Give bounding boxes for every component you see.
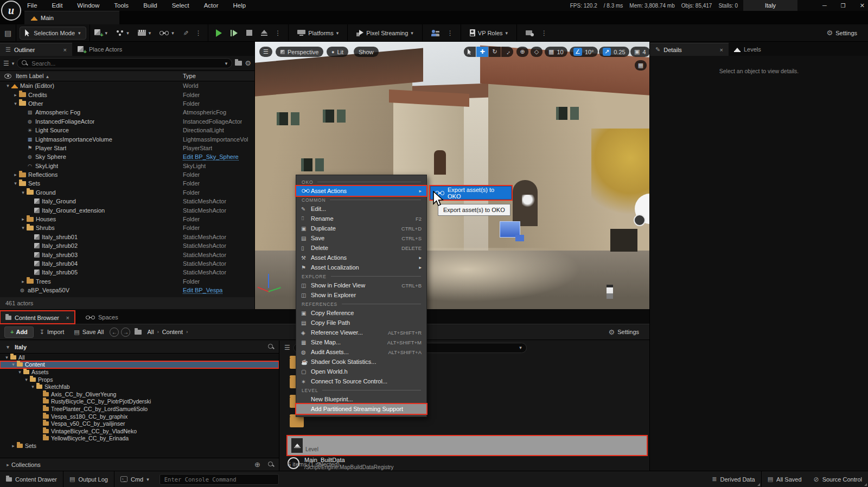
viewport-options-menu[interactable]: ☰ xyxy=(259,47,272,57)
outliner-row[interactable]: ▸CreditsFolder xyxy=(0,90,254,99)
derived-data-button[interactable]: ≣Derived Data xyxy=(706,471,761,487)
collaboration-button[interactable] xyxy=(427,24,444,42)
expander-icon[interactable]: ▾ xyxy=(23,377,30,382)
content-tree-row[interactable]: Axis_CC_by_OliverYeung xyxy=(0,390,279,398)
expander-icon[interactable]: ▾ xyxy=(20,225,27,230)
menu-item-duplicate[interactable]: ▣DuplicateCTRL+D xyxy=(296,223,426,233)
visibility-column-eye-icon[interactable] xyxy=(4,74,11,79)
menu-item-show-in-explorer[interactable]: ◫Show in Explorer xyxy=(296,290,426,300)
search-icon[interactable] xyxy=(268,344,275,350)
content-drawer-button[interactable]: Content Drawer xyxy=(0,471,63,487)
output-log-button[interactable]: ▤Output Log xyxy=(63,471,114,487)
menu-item-save[interactable]: ▤SaveCTRL+S xyxy=(296,233,426,243)
content-tree-row[interactable]: RustyBicycle_CC_by_PiotrPjotDyderski xyxy=(0,398,279,406)
breadcrumb-content[interactable]: Content xyxy=(162,329,183,335)
outliner-row[interactable]: Italy_Ground_extensionStaticMeshActor xyxy=(0,206,254,214)
menu-item-copy-reference[interactable]: ▣Copy Reference xyxy=(296,308,426,318)
expander-icon[interactable]: ▸ xyxy=(10,443,17,448)
outliner-settings-gear-icon[interactable]: ⚙ xyxy=(245,59,251,67)
selection-mode-dropdown[interactable]: Selection Mode ▾ xyxy=(20,27,86,40)
menu-item-copy-file-path[interactable]: ▤Copy File Path xyxy=(296,318,426,328)
blueprints-button[interactable]: ▾ xyxy=(112,24,133,42)
import-button[interactable]: ↧Import xyxy=(36,324,68,339)
cinematics-button[interactable]: ▾ xyxy=(133,24,156,42)
expander-icon[interactable]: ▾ xyxy=(16,369,23,375)
outliner-row[interactable]: ▾GroundFolder xyxy=(0,188,254,197)
scale-tool[interactable]: ↔ xyxy=(501,47,513,57)
minimize-button[interactable]: ─ xyxy=(822,2,827,9)
outliner-row[interactable]: ▾SetsFolder xyxy=(0,179,254,188)
content-tree-row[interactable]: ▾Assets xyxy=(0,368,279,376)
menu-item-audit-assets[interactable]: ◍Audit Assets...ALT+SHIFT+A xyxy=(296,347,426,357)
move-tool[interactable]: ✚ xyxy=(476,47,488,57)
outliner-search-input[interactable] xyxy=(31,60,222,67)
play-options-dots[interactable]: ⋮ xyxy=(272,29,284,37)
toolbar-overflow-dots[interactable]: ⋮ xyxy=(193,29,205,37)
menu-select[interactable]: Select xyxy=(172,2,189,9)
menu-item-edit[interactable]: ✎Edit... xyxy=(296,204,426,214)
grid-snap-control[interactable]: ▦10 xyxy=(545,47,567,57)
actor-type-link[interactable]: Edit BP_Vespa xyxy=(183,287,222,294)
rotation-snap-control[interactable]: ∠10° xyxy=(570,47,598,57)
outliner-row[interactable]: ▾OtherFolder xyxy=(0,99,254,108)
perspective-dropdown[interactable]: Perspective xyxy=(276,47,323,57)
outliner-row[interactable]: ☀Light SourceDirectionalLight xyxy=(0,126,254,134)
expander-icon[interactable]: ▸ xyxy=(20,279,27,284)
add-actor-button[interactable]: ▾ xyxy=(90,24,112,42)
rotate-tool[interactable]: ↻ xyxy=(489,47,501,57)
outliner-row[interactable]: ◠SkyLightSkyLight xyxy=(0,162,254,170)
outliner-row[interactable]: Italy_shrub04StaticMeshActor xyxy=(0,259,254,268)
tab-spaces[interactable]: Spaces xyxy=(80,311,124,324)
outliner-row[interactable]: Italy_GroundStaticMeshActor xyxy=(0,197,254,206)
expander-icon[interactable]: ▸ xyxy=(12,92,19,98)
column-type[interactable]: Type xyxy=(183,73,196,79)
menu-item-shader-cook-statistics[interactable]: ☕Shader Cook Statistics... xyxy=(296,357,426,367)
menu-window[interactable]: Window xyxy=(77,2,99,9)
menu-item-open-world-h[interactable]: ▢Open World.h xyxy=(296,367,426,376)
expander-icon[interactable]: ▾ xyxy=(4,83,11,88)
virtual-camera-dots[interactable]: ⋮ xyxy=(538,29,550,37)
console-command-input[interactable] xyxy=(164,476,274,483)
content-tree-row[interactable]: YellowBicycle_CC_by_Erinada xyxy=(0,435,279,443)
outliner-row[interactable]: Italy_shrub01StaticMeshActor xyxy=(0,233,254,241)
expander-icon[interactable]: ▾ xyxy=(12,181,19,186)
sources-header[interactable]: ▾ Italy xyxy=(0,341,279,354)
add-button[interactable]: +Add xyxy=(4,326,34,338)
all-saved-button[interactable]: ▤All Saved xyxy=(762,471,808,487)
camera-speed-control[interactable]: ▣4 xyxy=(630,47,649,57)
outliner-row[interactable]: ◍aBP_Vespa50VEdit BP_Vespa xyxy=(0,286,254,294)
source-control-button[interactable]: ⊘Source Control xyxy=(808,471,868,487)
menu-tools[interactable]: Tools xyxy=(114,2,129,9)
eject-button[interactable] xyxy=(257,24,272,42)
collections-row[interactable]: ▸ Collections ⊕ xyxy=(0,458,279,471)
menu-item-connect-to-source-control[interactable]: ∗Connect To Source Control... xyxy=(296,376,426,386)
select-tool[interactable] xyxy=(464,47,476,57)
menu-file[interactable]: File xyxy=(27,2,37,9)
show-dropdown[interactable]: Show xyxy=(354,47,379,57)
outliner-row[interactable]: ◍InstancedFoliageActorInstancedFoliageAc… xyxy=(0,117,254,126)
outliner-row[interactable]: ▾Main (Editor)World xyxy=(0,81,254,90)
tab-content-browser[interactable]: Content Browser × xyxy=(0,311,75,324)
outliner-row[interactable]: Italy_shrub03StaticMeshActor xyxy=(0,250,254,259)
surface-snap-toggle[interactable]: ◇ xyxy=(531,47,542,57)
content-tree-row[interactable]: VintageBicycle_CC_by_VladNeko xyxy=(0,427,279,435)
menu-item-asset-actions[interactable]: Asset Actions▸ xyxy=(296,186,426,196)
save-level-button[interactable]: ▤ xyxy=(0,24,16,42)
outliner-row[interactable]: ▸ReflectionsFolder xyxy=(0,170,254,179)
menu-item-delete[interactable]: ▯DeleteDELETE xyxy=(296,243,426,253)
console-command-box[interactable] xyxy=(159,474,279,485)
search-options-chevron-icon[interactable]: ▾ xyxy=(225,61,228,66)
outliner-row[interactable]: ◍Sky SphereEdit BP_Sky_Sphere xyxy=(0,152,254,161)
menu-item-size-map[interactable]: ▦Size Map...ALT+SHIFT+M xyxy=(296,337,426,347)
menu-help[interactable]: Help xyxy=(233,2,246,9)
frame-skip-button[interactable] xyxy=(226,24,242,42)
stop-button[interactable] xyxy=(242,24,257,42)
cmd-dropdown[interactable]: ›_Cmd▾ xyxy=(114,471,155,487)
tab-main-level[interactable]: Main xyxy=(24,11,119,24)
expander-icon[interactable]: ▾ xyxy=(12,101,19,106)
actor-type-link[interactable]: Edit BP_Sky_Sphere xyxy=(183,153,239,161)
search-collections-icon[interactable] xyxy=(268,462,275,468)
menu-item-new-blueprint[interactable]: New Blueprint... xyxy=(296,394,426,404)
outliner-row[interactable]: ▸HousesFolder xyxy=(0,215,254,223)
menu-item-rename[interactable]: ⌷RenameF2 xyxy=(296,214,426,223)
